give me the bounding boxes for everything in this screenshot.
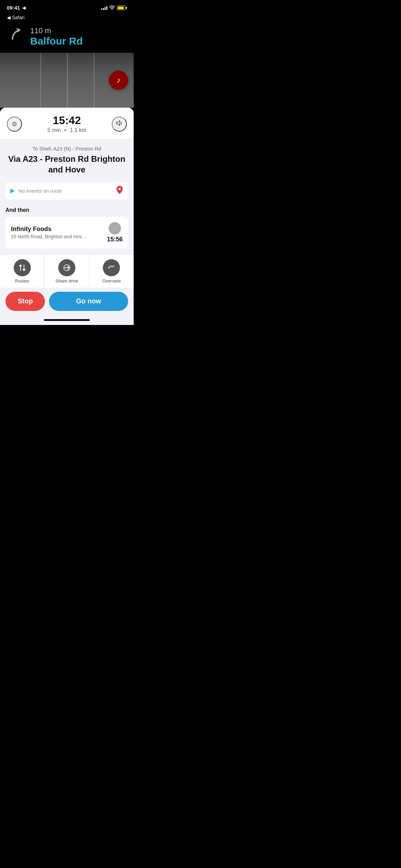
destination-section: To Shell, A23 (N) - Preston Rd Via A23 -… [0, 139, 134, 179]
destination-via: Via A23 - Preston Rd Brighton and Hove [7, 154, 127, 175]
route-pin-icon [116, 185, 123, 196]
battery-icon [117, 5, 127, 10]
route-bar: ▶ No events on route [5, 182, 128, 200]
overview-action[interactable]: Overview [89, 254, 134, 288]
routes-label: Routes [15, 278, 29, 284]
sound-icon [116, 119, 123, 129]
gear-icon: ⚙ [12, 120, 17, 128]
waypoint-eta-time: 15:56 [107, 236, 123, 243]
trip-details: 5 min • 1.1 km [22, 127, 112, 133]
status-bar: 09:41 ◀ [0, 0, 134, 13]
stop-button[interactable]: Stop [5, 292, 45, 311]
main-content: To Shell, A23 (N) - Preston Rd Via A23 -… [0, 139, 134, 316]
routes-icon [14, 259, 31, 276]
bottom-actions: Routes Share drive Overview [0, 254, 134, 288]
share-drive-action[interactable]: Share drive [45, 254, 89, 288]
eta-time: 15:42 [22, 114, 112, 126]
map-area[interactable]: ♪ [0, 53, 134, 108]
route-play-icon: ▶ [10, 187, 15, 194]
waypoint-name: Infinity Foods [11, 226, 103, 233]
info-center: 15:42 5 min • 1.1 km [22, 114, 112, 133]
status-right [101, 5, 127, 11]
share-drive-icon [58, 259, 75, 276]
overview-label: Overview [102, 278, 121, 284]
destination-to-label: To Shell, A23 (N) - Preston Rd [7, 146, 127, 152]
sound-button[interactable] [112, 117, 127, 132]
svg-point-2 [108, 267, 110, 268]
share-drive-label: Share drive [56, 278, 78, 284]
trip-distance: 1.1 km [70, 127, 86, 133]
routes-action[interactable]: Routes [0, 254, 45, 288]
and-then-label: And then [5, 207, 128, 213]
dot-separator: • [64, 127, 66, 133]
status-time: 09:41 [7, 5, 20, 11]
back-arrow-icon: ◀ [7, 15, 11, 20]
overview-icon [103, 259, 120, 276]
home-indicator [0, 316, 134, 325]
wifi-icon [109, 5, 115, 11]
music-icon: ♪ [117, 76, 121, 85]
waypoint-address: 25 North Road, Brighton and Hov... [11, 234, 103, 239]
nav-instruction: 110 m Balfour Rd [30, 26, 83, 47]
home-bar [44, 319, 90, 321]
route-bar-left: ▶ No events on route [10, 187, 62, 194]
nav-street: Balfour Rd [30, 35, 83, 47]
info-card: ⚙ 15:42 5 min • 1.1 km [0, 108, 134, 139]
safari-back-label: Safari [12, 15, 25, 20]
svg-point-0 [119, 188, 121, 190]
signal-icon [101, 6, 107, 10]
waypoint-avatar [109, 222, 121, 234]
waypoint-card[interactable]: Infinity Foods 25 North Road, Brighton a… [5, 217, 128, 249]
nav-distance: 110 m [30, 26, 83, 35]
music-button[interactable]: ♪ [109, 71, 128, 90]
settings-button[interactable]: ⚙ [7, 117, 22, 132]
turn-arrow-icon [7, 25, 25, 45]
go-now-button[interactable]: Go now [49, 292, 128, 311]
safari-back-button[interactable]: ◀ Safari [0, 13, 134, 23]
waypoint-info: Infinity Foods 25 North Road, Brighton a… [11, 226, 103, 239]
route-events-text: No events on route [19, 188, 62, 194]
bottom-buttons: Stop Go now [0, 288, 134, 316]
nav-header: 110 m Balfour Rd [0, 23, 134, 53]
waypoint-eta-block: 15:56 [107, 222, 123, 243]
and-then-section: And then Infinity Foods 25 North Road, B… [0, 202, 134, 251]
status-left: 09:41 ◀ [7, 5, 25, 11]
trip-duration: 5 min [47, 127, 61, 133]
location-icon: ◀ [22, 5, 25, 10]
